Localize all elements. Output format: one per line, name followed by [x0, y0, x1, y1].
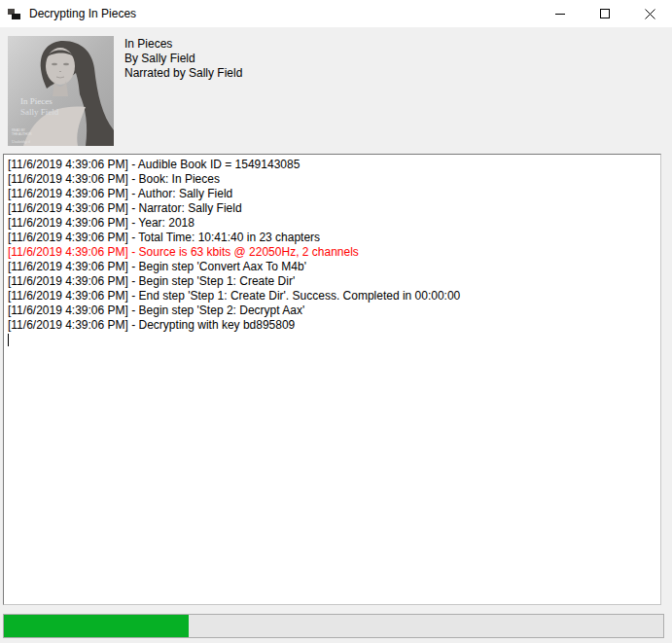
close-icon [644, 8, 656, 20]
log-line: [11/6/2019 4:39:06 PM] - Total Time: 10:… [8, 231, 656, 245]
book-author: By Sally Field [124, 52, 242, 66]
log-line: [11/6/2019 4:39:06 PM] - Decrypting with… [8, 318, 656, 333]
book-narrator: Narrated by Sally Field [124, 66, 242, 81]
cover-theauthor-text: THE AUTHOR [12, 132, 32, 136]
window-controls [538, 0, 672, 27]
log-line: [11/6/2019 4:39:06 PM] - Narrator: Sally… [8, 201, 656, 216]
cover-title-text: In Pieces [20, 96, 53, 106]
text-caret [8, 334, 9, 346]
caret-line [8, 333, 656, 347]
log-line: [11/6/2019 4:39:06 PM] - End step 'Step … [8, 289, 656, 304]
book-cover-image: In Pieces Sally Field READ BY THE AUTHOR… [8, 36, 114, 146]
book-title: In Pieces [124, 37, 242, 52]
log-line: [11/6/2019 4:39:06 PM] - Year: 2018 [8, 216, 656, 231]
minimize-icon [554, 8, 566, 19]
maximize-icon [599, 8, 611, 19]
log-line: [11/6/2019 4:39:06 PM] - Audible Book ID… [8, 158, 656, 172]
log-lines: [11/6/2019 4:39:06 PM] - Audible Book ID… [8, 158, 656, 333]
log-line: [11/6/2019 4:39:06 PM] - Begin step 'Con… [8, 260, 656, 274]
app-window: { "titlebar": { "title": "Decrypting In … [0, 0, 672, 643]
maximize-button[interactable] [583, 0, 627, 27]
progressbar-fill [4, 615, 189, 637]
log-line: [11/6/2019 4:39:06 PM] - Author: Sally F… [8, 187, 656, 201]
titlebar: Decrypting In Pieces [0, 0, 672, 27]
cover-author-text: Sally Field [20, 107, 59, 117]
minimize-button[interactable] [538, 0, 583, 27]
book-info: In Pieces By Sally Field Narrated by Sal… [124, 37, 242, 81]
decrypt-progressbar [3, 614, 664, 638]
cover-unabridged-text: Unabridged [12, 139, 30, 144]
log-line: [11/6/2019 4:39:06 PM] - Book: In Pieces [8, 172, 656, 187]
app-icon [7, 6, 22, 21]
log-line: [11/6/2019 4:39:06 PM] - Begin step 'Ste… [8, 304, 656, 318]
log-textbox[interactable]: [11/6/2019 4:39:06 PM] - Audible Book ID… [3, 154, 661, 605]
close-button[interactable] [627, 0, 672, 27]
log-line: [11/6/2019 4:39:06 PM] - Source is 63 kb… [8, 245, 656, 260]
window-title: Decrypting In Pieces [29, 7, 136, 20]
log-line: [11/6/2019 4:39:06 PM] - Begin step 'Ste… [8, 274, 656, 289]
